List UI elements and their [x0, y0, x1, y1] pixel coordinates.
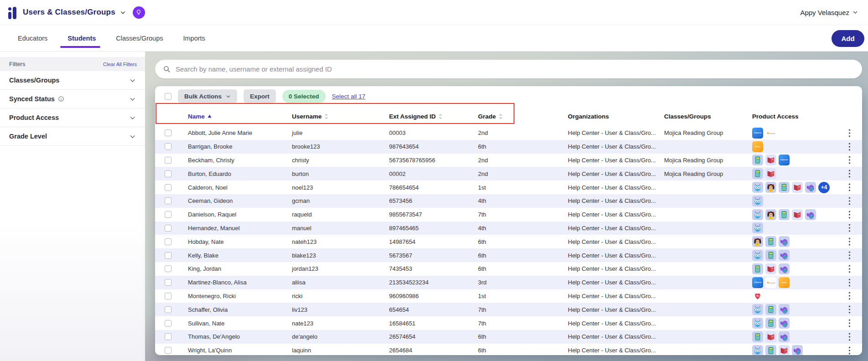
row-kebab-menu-icon[interactable] [847, 141, 852, 153]
tabs-bar: Educators Students Classes/Groups Import… [0, 25, 868, 52]
page-title: Users & Classes/Groups [23, 8, 115, 17]
row-checkbox[interactable] [165, 225, 172, 232]
cell-ext-id: 213534523234 [382, 279, 471, 286]
row-checkbox[interactable] [165, 211, 172, 218]
row-checkbox[interactable] [165, 333, 172, 340]
row-kebab-menu-icon[interactable] [847, 331, 852, 343]
row-checkbox[interactable] [165, 252, 172, 259]
cell-username: raqueld [285, 211, 382, 218]
row-checkbox[interactable] [165, 347, 172, 354]
add-button[interactable]: Add [832, 30, 864, 47]
select-all-checkbox[interactable] [165, 93, 172, 100]
red-book-product-icon [765, 331, 776, 342]
row-checkbox[interactable] [165, 320, 172, 327]
search-icon [163, 65, 171, 73]
cell-ext-id: 00003 [382, 129, 471, 136]
row-kebab-menu-icon[interactable] [847, 345, 852, 355]
table-row: Hernandez, Manuel manuel 897465465 4th H… [155, 222, 862, 235]
cell-username: de'angelo [285, 333, 382, 340]
cell-name: Sullivan, Nate [181, 320, 285, 327]
svg-text:TRAVERSE: TRAVERSE [780, 160, 788, 161]
column-header-ext-assigned-id[interactable]: Ext Assigned ID [382, 113, 471, 120]
cell-name: Barrigan, Brooke [181, 143, 285, 150]
row-checkbox[interactable] [165, 170, 172, 177]
row-kebab-menu-icon[interactable] [847, 290, 852, 302]
select-all-link[interactable]: Select all 17 [332, 93, 366, 100]
tab-students[interactable]: Students [67, 26, 97, 51]
robot-product-icon [752, 182, 763, 193]
red-book-product-icon [792, 182, 803, 193]
row-checkbox[interactable] [165, 184, 172, 191]
cell-name: Schaffer, Olivia [181, 306, 285, 313]
row-kebab-menu-icon[interactable] [847, 195, 852, 207]
cell-username: christy [285, 157, 382, 164]
cell-name: Danielson, Raquel [181, 211, 285, 218]
user-menu[interactable]: Appy Velasquez [800, 0, 858, 25]
purple-monster-product-icon [792, 345, 803, 355]
search-input[interactable] [176, 65, 854, 73]
filter-section-product-access[interactable]: Product Access [0, 108, 145, 127]
clear-all-filters-link[interactable]: Clear All Filters [103, 62, 137, 67]
cell-username: nateh123 [285, 238, 382, 245]
row-kebab-menu-icon[interactable] [847, 154, 852, 166]
tab-classes-groups[interactable]: Classes/Groups [115, 26, 164, 51]
row-kebab-menu-icon[interactable] [847, 304, 852, 315]
cell-classes-groups: Mojica Reading Group [657, 157, 746, 164]
column-header-username[interactable]: Username [285, 113, 382, 120]
table-body: Abbott, Julie Anne Marie julie 00003 2nd… [155, 126, 862, 355]
cell-ext-id: 786654654 [382, 184, 471, 191]
row-checkbox[interactable] [165, 143, 172, 150]
title-chevron-down-icon[interactable] [120, 10, 126, 15]
cell-product-access [746, 263, 837, 274]
chevron-down-icon [129, 133, 136, 140]
filter-section-grade-level[interactable]: Grade Level [0, 127, 145, 146]
row-kebab-menu-icon[interactable] [847, 236, 852, 248]
column-header-name[interactable]: Name [181, 113, 285, 120]
row-checkbox[interactable] [165, 265, 172, 272]
row-kebab-menu-icon[interactable] [847, 263, 852, 275]
cell-ext-id: 654654 [382, 306, 471, 313]
row-kebab-menu-icon[interactable] [847, 249, 852, 261]
row-checkbox[interactable] [165, 129, 172, 136]
row-kebab-menu-icon[interactable] [847, 317, 852, 329]
cell-grade: 7th [471, 211, 561, 218]
tab-imports[interactable]: Imports [182, 26, 206, 51]
row-checkbox[interactable] [165, 157, 172, 164]
row-checkbox[interactable] [165, 238, 172, 245]
cell-grade: 6th [471, 143, 561, 150]
purple-monster-product-icon [779, 318, 790, 329]
row-kebab-menu-icon[interactable] [847, 222, 852, 234]
row-checkbox[interactable] [165, 279, 172, 286]
cell-ext-id: 56735678765956 [382, 157, 471, 164]
filter-section-synced-status[interactable]: Synced Status [0, 90, 145, 108]
cell-grade: 7th [471, 320, 561, 327]
row-kebab-menu-icon[interactable] [847, 277, 852, 289]
cell-name: Calderon, Noel [181, 184, 285, 191]
cell-product-access [746, 331, 837, 342]
table-row: Danielson, Raquel raqueld 9855673547 7th… [155, 208, 862, 222]
row-kebab-menu-icon[interactable] [847, 168, 852, 180]
product-overflow-badge[interactable]: +4 [818, 182, 830, 193]
export-button[interactable]: Export [244, 89, 276, 103]
cell-username: burton [285, 170, 382, 177]
row-checkbox[interactable] [165, 197, 172, 204]
bulk-actions-button[interactable]: Bulk Actions [178, 89, 237, 103]
row-checkbox[interactable] [165, 293, 172, 299]
info-icon [58, 96, 64, 102]
cell-organizations: Help Center - User & Class/Gro... [561, 306, 657, 313]
cell-grade: 4th [471, 225, 561, 232]
cell-username: julie [285, 129, 382, 136]
row-kebab-menu-icon[interactable] [847, 181, 852, 193]
column-header-grade[interactable]: Grade [471, 113, 561, 120]
help-lightbulb-button[interactable] [133, 6, 145, 19]
traverse-product-icon: TRAVERSE [752, 277, 763, 288]
filter-section-classes-groups[interactable]: Classes/Groups [0, 71, 145, 90]
row-kebab-menu-icon[interactable] [847, 209, 852, 221]
row-kebab-menu-icon[interactable] [847, 127, 852, 139]
table-row: Beckham, Christy christy 56735678765956 … [155, 154, 862, 167]
tab-educators[interactable]: Educators [17, 26, 48, 51]
row-checkbox[interactable] [165, 306, 172, 313]
cell-product-access [746, 250, 837, 261]
cell-grade: 2nd [471, 170, 561, 177]
cell-organizations: Help Center - User & Class/Gro... [561, 184, 657, 191]
